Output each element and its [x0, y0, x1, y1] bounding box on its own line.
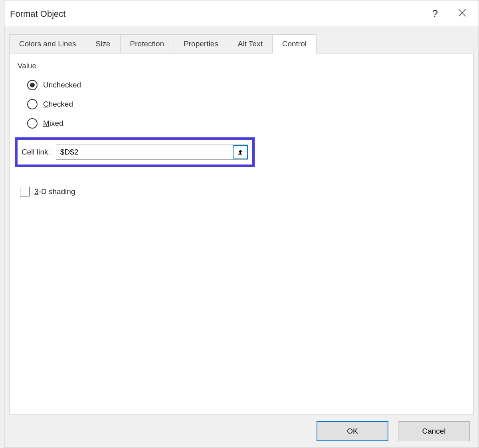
ok-button[interactable]: OK: [317, 421, 388, 441]
titlebar: Format Object ?: [4, 0, 479, 26]
help-icon[interactable]: ?: [432, 8, 438, 20]
cell-link-input[interactable]: [56, 145, 233, 159]
cell-link-label: Cell link:: [22, 148, 50, 157]
format-object-dialog: Format Object ? Colors and Lines Size Pr…: [4, 0, 479, 448]
tab-properties[interactable]: Properties: [174, 34, 228, 54]
radio-icon: [27, 80, 38, 90]
dialog-title: Format Object: [10, 9, 65, 19]
tab-colors-and-lines[interactable]: Colors and Lines: [9, 34, 86, 54]
range-picker-button[interactable]: [233, 145, 248, 159]
radio-checked-label: Checked: [43, 100, 73, 109]
dialog-footer: OK Cancel: [4, 415, 479, 448]
tabs-container: Colors and Lines Size Protection Propert…: [4, 26, 479, 54]
radio-checked[interactable]: Checked: [27, 99, 465, 109]
close-x-icon: [458, 8, 467, 17]
titlebar-controls: ?: [432, 6, 471, 22]
checkbox-icon: [20, 187, 30, 196]
radio-icon: [27, 99, 38, 109]
shading-label: 3-D shading: [34, 187, 75, 196]
tab-control[interactable]: Control: [272, 34, 317, 54]
radio-unchecked-label: Unchecked: [43, 81, 81, 89]
cell-link-input-container: [56, 145, 248, 160]
group-divider: [40, 66, 465, 66]
tab-size[interactable]: Size: [86, 34, 121, 54]
radio-mixed[interactable]: Mixed: [27, 118, 465, 129]
close-icon[interactable]: [454, 6, 471, 22]
radio-unchecked[interactable]: Unchecked: [27, 80, 465, 90]
tabs: Colors and Lines Size Protection Propert…: [9, 34, 474, 54]
value-group-label: Value: [18, 61, 40, 70]
value-group: Value: [18, 61, 465, 70]
cancel-button[interactable]: Cancel: [398, 421, 470, 441]
radio-icon: [27, 118, 38, 129]
tab-content-control: Value Unchecked Checked Mixed Cell link:: [9, 53, 474, 415]
tab-alt-text[interactable]: Alt Text: [228, 34, 273, 54]
tab-protection[interactable]: Protection: [120, 34, 174, 54]
range-picker-icon: [237, 149, 244, 156]
cell-link-highlight-box: Cell link:: [15, 137, 255, 167]
value-radio-group: Unchecked Checked Mixed: [18, 80, 465, 129]
shading-checkbox[interactable]: 3-D shading: [18, 187, 465, 196]
radio-mixed-label: Mixed: [43, 119, 63, 128]
